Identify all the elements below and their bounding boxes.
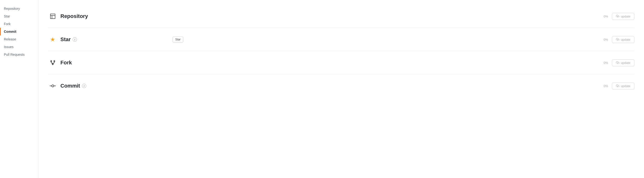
upload-icon xyxy=(616,61,619,64)
star-actions: 0% update xyxy=(604,36,634,43)
star-section-icon: ★ xyxy=(48,35,58,44)
repository-actions: 0% update xyxy=(604,13,634,20)
commit-actions: 0% update xyxy=(604,83,634,89)
sidebar-item-release[interactable]: Release xyxy=(0,35,38,43)
upload-icon xyxy=(616,15,619,18)
commit-title: Commit i xyxy=(60,83,86,89)
upload-icon xyxy=(616,38,619,41)
sidebar-item-fork[interactable]: Fork xyxy=(0,20,38,28)
fork-icon xyxy=(50,60,56,66)
star-percent: 0% xyxy=(604,38,608,41)
repository-section: Repository 0% update xyxy=(48,5,634,28)
fork-title: Fork xyxy=(60,60,72,66)
repository-update-button[interactable]: update xyxy=(612,13,634,20)
commit-percent: 0% xyxy=(604,84,608,88)
commit-section: Commit i 0% update xyxy=(48,74,634,97)
commit-update-button[interactable]: update xyxy=(612,83,634,89)
fork-section: Fork 0% update xyxy=(48,51,634,74)
upload-icon xyxy=(616,84,619,88)
sidebar-item-repository[interactable]: Repository xyxy=(0,5,38,12)
sidebar-item-commit[interactable]: Commit xyxy=(0,28,38,35)
sidebar-item-pull-requests[interactable]: Pull Requests xyxy=(0,51,38,58)
star-tooltip: Star xyxy=(173,37,183,42)
star-icon: ★ xyxy=(50,36,56,43)
main-content: Repository 0% update ★ Star xyxy=(38,0,644,178)
commit-section-icon xyxy=(48,81,58,91)
star-title: Star i xyxy=(60,36,77,43)
fork-actions: 0% update xyxy=(604,59,634,66)
repository-percent: 0% xyxy=(604,15,608,18)
fork-update-button[interactable]: update xyxy=(612,59,634,66)
star-info-icon[interactable]: i xyxy=(73,37,77,42)
fork-section-icon xyxy=(48,58,58,68)
app-layout: Repository Star Fork Commit Release Issu… xyxy=(0,0,644,178)
commit-icon xyxy=(50,83,56,89)
sidebar: Repository Star Fork Commit Release Issu… xyxy=(0,0,38,178)
svg-point-7 xyxy=(52,85,54,87)
star-section: ★ Star i Star 0% update xyxy=(48,28,634,51)
star-update-button[interactable]: update xyxy=(612,36,634,43)
repository-icon xyxy=(48,11,58,21)
sidebar-item-issues[interactable]: Issues xyxy=(0,43,38,51)
sidebar-item-star[interactable]: Star xyxy=(0,12,38,20)
fork-percent: 0% xyxy=(604,61,608,65)
repository-title: Repository xyxy=(60,13,88,19)
commit-info-icon[interactable]: i xyxy=(82,84,86,88)
